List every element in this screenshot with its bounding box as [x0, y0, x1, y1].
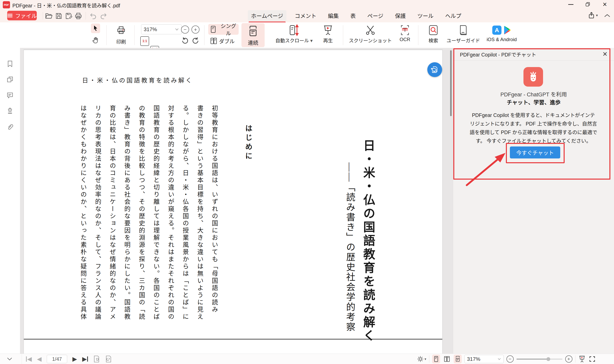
- continuous-view-mini-button[interactable]: [454, 355, 462, 364]
- continuous-icon: [455, 356, 460, 362]
- copilot-brand-line: PDFgear - ChatGPT を利用: [453, 90, 614, 98]
- collapse-toolbar-button[interactable]: [603, 12, 611, 19]
- zoom-out-slider-button[interactable]: −: [506, 355, 514, 363]
- zoom-in-slider-button[interactable]: +: [565, 355, 572, 363]
- copilot-description: PDFgear Copilot を使用すると、ドキュメントがインテリジェントにな…: [470, 111, 597, 145]
- copilot-panel: PDFgear Copilot - PDFでチャット × PDFgear - C…: [453, 48, 614, 354]
- restore-button[interactable]: [582, 0, 593, 9]
- word-convert-icon: [430, 65, 439, 74]
- mobile-apps-label: iOS & Android: [484, 37, 520, 42]
- display-mode-button[interactable]: ▾: [417, 356, 426, 362]
- tab-edit[interactable]: 編集: [325, 10, 342, 21]
- pdfgear-logo-icon: PDF: [3, 1, 10, 8]
- zoom-value: 317%: [144, 26, 157, 33]
- comments-panel-button[interactable]: [5, 91, 15, 100]
- rotate-left-button[interactable]: [181, 36, 189, 45]
- continuous-view-label: 連続: [241, 39, 265, 46]
- autoscroll-icon: [273, 24, 315, 36]
- window-title: PDFgear - 日・米・仏の国語教育を読み解く.pdf: [12, 2, 120, 9]
- document-viewer: 日・米・仏の国語教育を読み解く 日・米・仏の国語教育を読み解く ——「読み書き」…: [20, 48, 453, 354]
- double-view-button[interactable]: ダブル: [208, 36, 239, 46]
- search-label: 検索: [424, 37, 443, 44]
- previous-page-button[interactable]: ◀: [37, 356, 42, 362]
- play-label: 再生: [319, 37, 337, 44]
- next-view-button[interactable]: [105, 355, 112, 363]
- vertical-scrollbar[interactable]: [450, 50, 452, 116]
- menu-row: ファイル ホームページ: [0, 10, 614, 22]
- presentation-mode-button[interactable]: [578, 355, 586, 363]
- redo-button[interactable]: [99, 11, 108, 21]
- tab-protect[interactable]: 保護: [392, 10, 409, 21]
- scissors-icon: [347, 24, 393, 36]
- folder-open-icon: [45, 12, 53, 20]
- previous-view-button[interactable]: [93, 355, 100, 363]
- autoscroll-button[interactable]: 自動スクロール ▾: [273, 24, 315, 47]
- mobile-apps-button[interactable]: A iOS & Android: [484, 24, 520, 47]
- slider-handle[interactable]: [546, 357, 550, 361]
- annotation-arrow: [461, 148, 513, 188]
- select-tool-button[interactable]: [91, 24, 100, 33]
- bar-icon: [87, 356, 88, 362]
- play-button[interactable]: 再生: [319, 24, 337, 47]
- search-button[interactable]: 検索: [424, 24, 443, 47]
- text-column: み書き」教育の背後にある社会的な要因を明らかにしたい。国語教: [120, 105, 134, 332]
- tab-tools[interactable]: ツール: [414, 10, 437, 21]
- quick-print-button[interactable]: [73, 11, 83, 21]
- convert-to-word-fab[interactable]: [427, 62, 442, 77]
- file-menu-button[interactable]: ファイル: [7, 11, 37, 20]
- save-button[interactable]: [54, 11, 64, 21]
- rotate-right-button[interactable]: [191, 36, 200, 45]
- next-icon: ▶: [82, 356, 87, 362]
- single-view-mini-button[interactable]: [432, 355, 440, 364]
- tab-help[interactable]: ヘルプ: [442, 10, 464, 21]
- ocr-button[interactable]: OCR: [395, 24, 415, 47]
- prev-icon: ◀: [37, 356, 42, 362]
- hand-tool-button[interactable]: [91, 35, 100, 46]
- text-column: 育の比較は、日本のコミュニケーションはなぜ情緒的なのか、アメ: [105, 105, 120, 332]
- share-button[interactable]: ▾: [588, 12, 598, 19]
- tab-homepage[interactable]: ホームページ: [248, 10, 286, 21]
- open-file-button[interactable]: [44, 11, 54, 21]
- pages-icon: [6, 76, 14, 83]
- chat-now-label: 今すぐチャット: [516, 149, 554, 156]
- fullscreen-button[interactable]: [589, 355, 596, 363]
- zoom-out-button[interactable]: −: [181, 26, 189, 34]
- chevron-up-icon: [604, 13, 611, 18]
- close-panel-button[interactable]: ×: [600, 50, 609, 58]
- chat-now-button[interactable]: 今すぐチャット: [510, 146, 560, 158]
- zoom-slider[interactable]: [516, 356, 562, 362]
- pointer-icon: [93, 25, 98, 32]
- save-as-button[interactable]: [64, 11, 73, 21]
- tab-table[interactable]: 表: [347, 10, 359, 21]
- page-indicator-input[interactable]: 1/47: [47, 355, 67, 363]
- last-page-button[interactable]: ▶: [82, 356, 88, 362]
- print-button[interactable]: [113, 24, 129, 36]
- text-column: 初等教育における国語は、いずれの国においても「母国語の読み: [207, 105, 222, 332]
- doc-back-icon: [93, 355, 100, 363]
- close-window-button[interactable]: ×: [599, 0, 610, 9]
- attachments-panel-button[interactable]: [5, 122, 15, 132]
- screenshot-button[interactable]: スクリーンショット: [347, 24, 393, 47]
- single-view-button[interactable]: シングル: [208, 24, 239, 35]
- search-icon: [424, 24, 443, 36]
- one-to-one-icon: 1:1: [142, 39, 147, 43]
- signature-panel-button[interactable]: [5, 106, 15, 116]
- bookmarks-panel-button[interactable]: [5, 59, 15, 69]
- rotate-ccw-icon: [181, 37, 189, 44]
- actual-size-button[interactable]: 1:1: [140, 36, 149, 46]
- first-page-button[interactable]: ◀: [26, 356, 32, 362]
- minimize-button[interactable]: [565, 0, 576, 9]
- continuous-view-button[interactable]: 連続: [241, 23, 265, 47]
- user-guide-button[interactable]: ユーザーガイド: [446, 24, 481, 47]
- comment-icon: [6, 91, 14, 99]
- undo-button[interactable]: [88, 11, 98, 21]
- next-page-button[interactable]: ▶: [72, 356, 77, 362]
- tab-page[interactable]: ページ: [364, 10, 387, 21]
- collapse-sidebar-button[interactable]: [5, 356, 14, 362]
- double-view-mini-button[interactable]: [443, 355, 451, 364]
- zoom-select[interactable]: 317%: [141, 24, 181, 34]
- tab-comment[interactable]: コメント: [292, 10, 320, 21]
- thumbnails-panel-button[interactable]: [5, 75, 15, 84]
- zoom-in-button[interactable]: +: [192, 26, 199, 34]
- zoom-select-status[interactable]: 317%: [464, 355, 504, 363]
